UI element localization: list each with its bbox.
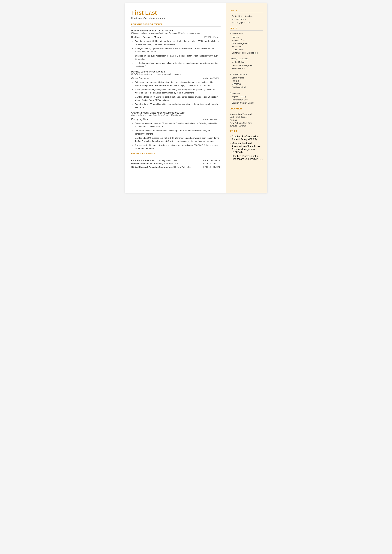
prev-job-row-0: Clinical Coordinator, ABC Company, Londo… — [131, 159, 221, 162]
contact-label: CONTACT — [230, 9, 263, 12]
resume-page: First Last Healthcare Operations Manager… — [125, 3, 267, 193]
prev-job-row-1: Medical Assistant, XYZ Company, New York… — [131, 162, 221, 165]
bullet-2-1: Accomplished the project objective of re… — [135, 88, 221, 94]
company-tagline-3: Career training and membership SaaS with… — [131, 114, 221, 116]
job-title-2: Clinical Supervisor — [131, 77, 150, 79]
relevant-work-label: RELEVANT WORK EXPERIENCE — [131, 23, 221, 25]
skill-tech-0: Nursing — [230, 35, 263, 39]
candidate-name: First Last — [131, 9, 221, 16]
bullet-list-2: Calculated reimbursement information, do… — [131, 81, 221, 109]
skill-ind-2: Revenue Cycle — [230, 67, 263, 70]
previous-jobs-table: Clinical Coordinator, ABC Company, Londo… — [131, 159, 221, 169]
other-item-0: Certified Professional in Patient Safety… — [230, 135, 263, 141]
company-name-1: Resume Worded, London, United Kingdom — [131, 29, 221, 32]
lang-2: Spanish (Conversational) — [230, 101, 263, 105]
tools-skills-list: Epic Systems HCPCS MEDITECH SOAPware EMR — [230, 76, 263, 89]
skill-tech-5: Customer Feedback Tracking — [230, 51, 263, 55]
education-label: EDUCATION — [230, 108, 263, 110]
prev-job-title-1: Medical Assistant, XYZ Company, New York… — [131, 162, 192, 165]
bullet-1-0: Contributed to establishing a fundraisin… — [135, 40, 221, 46]
bullet-2-0: Calculated reimbursement information, do… — [135, 81, 221, 87]
bullet-1-2: launched an employee recognition program… — [135, 54, 221, 61]
company-tagline-1: Education technology startup with 50+ em… — [131, 32, 221, 34]
company-tagline-2: NYSE-listed recruitment and employer bra… — [131, 73, 221, 75]
right-column: CONTACT Bristol, United Kingdom +44 1234… — [226, 3, 267, 193]
job-block-3: Growthsi, London, United Kingdom & Barce… — [131, 112, 221, 150]
bullet-list-3: Served as a rescue nurse for 72 hours at… — [131, 122, 221, 150]
other-item-2: Certified Professional in Healthcare Qua… — [230, 155, 263, 161]
prev-job-title-2: Clinical Research Associate (Internship)… — [131, 165, 192, 169]
prev-job-dates-0: 06/2017 – 05/2018 — [192, 159, 221, 162]
lang-0: English (Native) — [230, 95, 263, 98]
contact-item-0: Bristol, United Kingdom — [230, 15, 263, 18]
bullet-1-3: Led the introduction of a new scheduling… — [135, 62, 221, 68]
languages-label: Languages: — [230, 92, 263, 94]
job-dates-1: 08/2021 – Present — [204, 36, 220, 38]
bullet-2-2: Maintained files on 7K active clinical t… — [135, 95, 221, 102]
lang-1: Romanian (Native) — [230, 98, 263, 101]
industry-skills-label: Industry Knowledge: — [230, 58, 263, 60]
tools-skills-label: Tools and Software: — [230, 73, 263, 76]
skills-label: SKILLS — [230, 27, 263, 29]
bullet-3-3: Administered 1.1K care instructions to p… — [135, 144, 221, 150]
contact-item-1: +44 123456789 — [230, 18, 263, 21]
job-block-1: Resume Worded, London, United Kingdom Ed… — [131, 29, 221, 68]
job-title-1: Healthcare Operations Manager — [131, 36, 163, 38]
job-block-2: Polyhire, London, United Kingdom NYSE-li… — [131, 70, 221, 109]
contact-item-2: first.last@gmail.com — [230, 21, 263, 24]
prev-job-dates-1: 06/2016 – 05/2017 — [192, 162, 221, 165]
edu-dates: 10/2011 - 06/2014 — [230, 125, 263, 127]
job-dates-3: 06/2018 – 08/2019 — [203, 118, 220, 120]
industry-skills-list: Medical Billing Healthcare Management Re… — [230, 61, 263, 70]
bullet-3-2: Maintained a 91% success rate with E.C.G… — [135, 136, 221, 143]
skill-tool-0: Epic Systems — [230, 76, 263, 79]
bullet-3-0: Served as a rescue nurse for 72 hours at… — [135, 122, 221, 128]
other-label: OTHER — [230, 130, 263, 132]
skill-tool-2: MEDITECH — [230, 83, 263, 86]
job-dates-2: 09/2019 – 07/2021 — [203, 77, 220, 79]
technical-skills-label: Technical Skills: — [230, 33, 263, 35]
technical-skills-list: Nursing Managed Care Case Management Hea… — [230, 35, 263, 55]
skill-tech-2: Case Management — [230, 42, 263, 45]
skill-ind-0: Medical Billing — [230, 61, 263, 64]
divider-previous — [131, 156, 221, 156]
job-row-2: Clinical Supervisor 09/2019 – 07/2021 — [131, 77, 221, 79]
previous-work-label: PREVIOUS EXPERIENCE — [131, 153, 221, 155]
divider-contact — [230, 13, 263, 13]
languages-list: English (Native) Romanian (Native) Spani… — [230, 95, 263, 105]
skill-tool-3: SOAPware EMR — [230, 86, 263, 89]
edu-degree: Bachelor of Science — [230, 116, 263, 119]
other-item-1: Member, National Association of Healthca… — [230, 142, 263, 154]
job-row-1: Healthcare Operations Manager 08/2021 – … — [131, 36, 221, 38]
divider-education — [230, 111, 263, 111]
prev-job-dates-2: 07/2014 – 05/2015 — [192, 165, 221, 169]
bullet-2-3: Completed over 20 monthly audits; reward… — [135, 103, 221, 109]
company-name-2: Polyhire, London, United Kingdom — [131, 70, 221, 73]
prev-job-row-2: Clinical Research Associate (Internship)… — [131, 165, 221, 169]
divider-relevant — [131, 26, 221, 27]
divider-skills — [230, 30, 263, 31]
candidate-title: Healthcare Operations Manager — [131, 17, 221, 19]
bullet-list-1: Contributed to establishing a fundraisin… — [131, 40, 221, 68]
job-row-3: Emergency Nurse 06/2018 – 08/2019 — [131, 118, 221, 120]
left-column: First Last Healthcare Operations Manager… — [125, 3, 226, 193]
skill-ind-1: Healthcare Management — [230, 64, 263, 67]
edu-field: Nursing — [230, 119, 263, 122]
prev-job-title-0: Clinical Coordinator, ABC Company, Londo… — [131, 159, 192, 162]
skill-tech-4: E-Commerce — [230, 48, 263, 51]
bullet-3-1: Performed rescues on fellow nurses, incl… — [135, 129, 221, 135]
bullet-1-1: Managed the daily operations of 3 health… — [135, 47, 221, 53]
other-items: Certified Professional in Patient Safety… — [230, 135, 263, 161]
edu-location: New York City, New York — [230, 122, 263, 125]
skill-tech-1: Managed Care — [230, 39, 263, 42]
company-name-3: Growthsi, London, United Kingdom & Barce… — [131, 112, 221, 114]
edu-school: University of New York — [230, 113, 263, 115]
skill-tool-1: HCPCS — [230, 79, 263, 83]
job-title-3: Emergency Nurse — [131, 118, 149, 120]
skill-tech-3: Healthcare — [230, 45, 263, 48]
contact-list: Bristol, United Kingdom +44 123456789 fi… — [230, 15, 263, 24]
edu-block: University of New York Bachelor of Scien… — [230, 113, 263, 127]
